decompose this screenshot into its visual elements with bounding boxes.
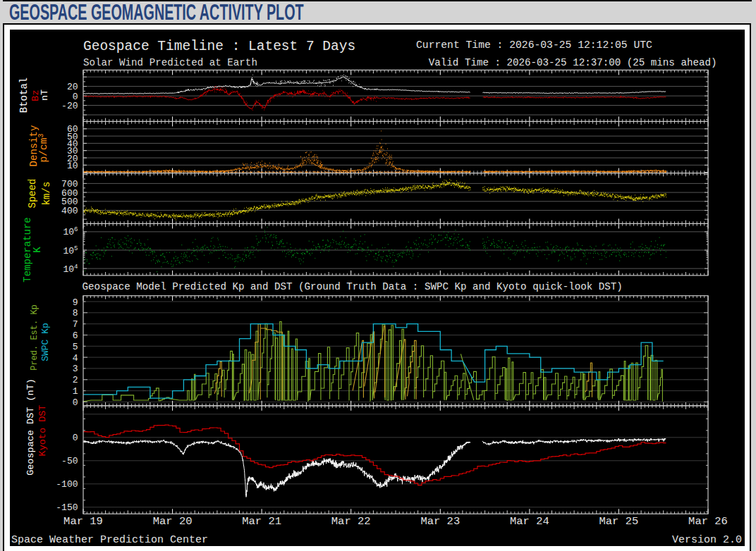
svg-text:Space Weather Prediction Cente: Space Weather Prediction Center: [11, 534, 208, 546]
svg-text:nT: nT: [39, 89, 50, 101]
svg-text:Mar 22: Mar 22: [331, 515, 371, 528]
svg-text:Mar 26: Mar 26: [688, 515, 728, 528]
svg-text:Valid Time : 2026-03-25 12:37:: Valid Time : 2026-03-25 12:37:00 (25 min…: [429, 57, 717, 68]
svg-text:-150: -150: [56, 502, 78, 513]
svg-text:-20: -20: [61, 101, 78, 111]
svg-text:10: 10: [67, 161, 78, 171]
svg-text:K: K: [32, 247, 43, 253]
svg-text:Geospace Timeline : Latest 7 D: Geospace Timeline : Latest 7 Days: [83, 39, 355, 54]
svg-text:Pred. Est. Kp: Pred. Est. Kp: [30, 304, 39, 371]
svg-text:p/cm3: p/cm3: [37, 134, 49, 163]
svg-text:Mar 20: Mar 20: [153, 515, 193, 528]
svg-text:-100: -100: [56, 479, 78, 490]
svg-text:0: 0: [73, 433, 78, 443]
svg-text:Mar 23: Mar 23: [420, 515, 460, 528]
svg-text:8: 8: [73, 308, 78, 318]
svg-text:Geospace Model Predicted Kp an: Geospace Model Predicted Kp and DST (Gro…: [83, 281, 623, 292]
svg-text:0: 0: [73, 397, 78, 408]
svg-text:Btotal: Btotal: [18, 78, 30, 113]
svg-text:400: 400: [61, 206, 78, 216]
svg-text:9: 9: [73, 297, 78, 308]
svg-text:1: 1: [73, 386, 78, 397]
svg-text:Mar 19: Mar 19: [63, 515, 103, 528]
svg-text:Current Time : 2026-03-25 12:1: Current Time : 2026-03-25 12:12:05 UTC: [416, 39, 652, 51]
svg-text:6: 6: [73, 330, 78, 341]
svg-text:Mar 21: Mar 21: [242, 515, 281, 528]
svg-text:Mar 25: Mar 25: [599, 515, 638, 528]
svg-text:2: 2: [73, 375, 78, 385]
svg-text:5: 5: [73, 342, 78, 352]
svg-text:Geospace DST (nT): Geospace DST (nT): [25, 378, 36, 476]
svg-text:km/s: km/s: [41, 182, 52, 206]
svg-text:7: 7: [73, 319, 78, 330]
svg-text:Kyoto DST: Kyoto DST: [37, 405, 48, 457]
svg-text:Solar Wind Predicted at Earth: Solar Wind Predicted at Earth: [83, 57, 257, 68]
svg-text:Version 2.0: Version 2.0: [672, 534, 742, 546]
svg-text:Mar 24: Mar 24: [510, 515, 549, 528]
svg-text:SWPC Kp: SWPC Kp: [40, 323, 51, 361]
svg-text:4: 4: [73, 353, 78, 364]
svg-text:-50: -50: [61, 456, 78, 466]
svg-text:3: 3: [73, 364, 78, 374]
svg-text:Speed: Speed: [27, 178, 38, 208]
